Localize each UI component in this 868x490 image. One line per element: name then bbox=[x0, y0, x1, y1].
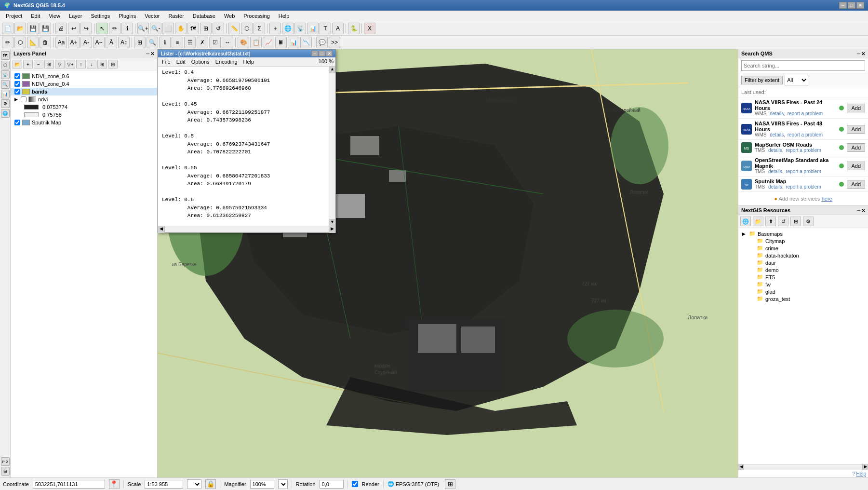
nextgis-close[interactable]: ✕ bbox=[861, 208, 865, 213]
service-details-osm[interactable]: details bbox=[768, 169, 782, 174]
menu-view[interactable]: View bbox=[45, 12, 64, 20]
service-add-nasa48[interactable]: Add bbox=[847, 125, 865, 134]
print-btn[interactable]: 🖨 bbox=[55, 23, 67, 34]
lister-minimize-btn[interactable]: ─ bbox=[311, 51, 318, 56]
zoom-layer-btn[interactable]: 🗺 bbox=[187, 23, 199, 34]
ng-upload-btn[interactable]: ⬆ bbox=[765, 217, 776, 226]
sidebar-btn-6[interactable]: ⚙ bbox=[1, 99, 10, 108]
scroll-up-btn[interactable]: ▲ bbox=[329, 67, 335, 73]
add-raster-btn[interactable]: 📊 bbox=[307, 23, 319, 34]
layer-check-ndvi04[interactable] bbox=[14, 81, 20, 87]
menu-processing[interactable]: Processing bbox=[240, 12, 273, 20]
layer-item-val1[interactable]: 0.0753774 bbox=[20, 103, 157, 111]
ng-refresh-btn[interactable]: ↺ bbox=[778, 217, 788, 226]
tree-item-fw[interactable]: ▶ 📁 fw bbox=[738, 281, 868, 288]
label3-btn[interactable]: A+ bbox=[68, 37, 80, 48]
zoom-in-btn[interactable]: 🔍+ bbox=[137, 23, 149, 34]
add-services-link[interactable]: here bbox=[822, 196, 832, 202]
search-type-select[interactable]: All WMS TMS WFS bbox=[785, 75, 808, 85]
status-more-btn[interactable]: ⊞ bbox=[445, 479, 455, 489]
tree-item-demo[interactable]: ▶ 📁 demo bbox=[738, 266, 868, 273]
lister-maximize-btn[interactable]: □ bbox=[319, 51, 325, 56]
help-link[interactable]: Help bbox=[856, 471, 866, 476]
layers-down-btn[interactable]: ↓ bbox=[87, 60, 96, 68]
service-report-sputnik[interactable]: report a problem bbox=[786, 184, 821, 190]
search-qms-input[interactable] bbox=[741, 60, 865, 71]
layers-add-btn[interactable]: + bbox=[23, 60, 33, 68]
select3-btn[interactable]: ☑ bbox=[209, 37, 221, 48]
sidebar-btn-5[interactable]: 📊 bbox=[1, 90, 10, 98]
label-btn[interactable]: T bbox=[320, 23, 331, 34]
label7-btn[interactable]: A↕ bbox=[118, 37, 130, 48]
close-btn[interactable]: ✕ bbox=[856, 2, 864, 9]
open-btn[interactable]: 📂 bbox=[14, 23, 26, 34]
qml-btn[interactable]: 📋 bbox=[250, 37, 262, 48]
lister-vscrollbar[interactable]: ▲ ▼ bbox=[329, 67, 335, 226]
service-report-nasa48[interactable]: report a problem bbox=[788, 132, 823, 137]
measure-area-btn[interactable]: ⬡ bbox=[241, 23, 253, 34]
scroll-down-btn[interactable]: ▼ bbox=[329, 219, 335, 226]
calc-btn[interactable]: 🖩 bbox=[275, 37, 287, 48]
layers-filter-btn[interactable]: ⊞ bbox=[44, 60, 54, 68]
layer-check-ndvi06[interactable] bbox=[14, 73, 20, 79]
search-map-btn[interactable]: 🔍 bbox=[147, 37, 158, 48]
service-add-mapsurfer[interactable]: Add bbox=[847, 143, 865, 152]
redo-btn[interactable]: ↪ bbox=[80, 23, 92, 34]
magnifier-select[interactable] bbox=[278, 479, 288, 489]
style-btn[interactable]: 🎨 bbox=[238, 37, 249, 48]
identify2-btn[interactable]: ℹ bbox=[159, 37, 171, 48]
sidebar-btn-1[interactable]: 🗺 bbox=[1, 51, 10, 60]
menu-web[interactable]: Web bbox=[220, 12, 239, 20]
label4-btn[interactable]: A- bbox=[80, 37, 92, 48]
lister-close-btn[interactable]: ✕ bbox=[326, 51, 333, 56]
ng-resource-btn[interactable]: 📁 bbox=[753, 217, 763, 226]
coordinate-btn[interactable]: 📍 bbox=[109, 479, 120, 489]
python-btn[interactable]: 🐍 bbox=[348, 23, 360, 34]
service-details-nasa24[interactable]: details bbox=[770, 111, 784, 116]
select-features-btn[interactable]: ↖ bbox=[96, 23, 108, 34]
label5-btn[interactable]: A~ bbox=[93, 37, 105, 48]
digitize2-btn[interactable]: 📐 bbox=[27, 37, 39, 48]
layer-item-bands[interactable]: bands bbox=[11, 88, 157, 95]
service-details-mapsurfer[interactable]: details bbox=[768, 148, 782, 153]
tree-item-et5[interactable]: ▶ 📁 ET5 bbox=[738, 273, 868, 281]
nextgis-hscrollbar[interactable]: ◀ ▶ bbox=[738, 464, 868, 470]
minimize-btn[interactable]: ─ bbox=[839, 2, 847, 9]
menu-raster[interactable]: Raster bbox=[164, 12, 187, 20]
undo-btn[interactable]: ↩ bbox=[68, 23, 80, 34]
layer-check-bands[interactable] bbox=[14, 89, 20, 95]
tree-item-grozatest[interactable]: ▶ 📁 groza_test bbox=[738, 295, 868, 302]
zoom-selection-btn[interactable]: ⊞ bbox=[200, 23, 212, 34]
node-tool-btn[interactable]: ⬡ bbox=[14, 37, 26, 48]
layer-item-sputnik[interactable]: Sputnik Map bbox=[11, 119, 157, 126]
search-qms-minimize[interactable]: ─ bbox=[857, 51, 860, 56]
measure-btn[interactable]: 📏 bbox=[228, 23, 240, 34]
layers-expand-btn[interactable]: ⊞ bbox=[97, 60, 107, 68]
service-add-nasa24[interactable]: Add bbox=[847, 104, 865, 112]
epsg-item[interactable]: 🌐 EPSG:3857 (OTF) bbox=[387, 481, 439, 487]
tree-item-basemaps[interactable]: ▶ 📁 Basemaps bbox=[738, 230, 868, 237]
layers-collapse-btn[interactable]: ⊟ bbox=[108, 60, 118, 68]
filter-extent-btn[interactable]: Filter by extent bbox=[741, 76, 783, 84]
menu-database[interactable]: Database bbox=[189, 12, 219, 20]
annotate-btn[interactable]: A bbox=[332, 23, 344, 34]
layer-item-ndvi[interactable]: ▶ ndvi bbox=[11, 95, 157, 103]
graph-btn[interactable]: 📉 bbox=[300, 37, 312, 48]
menu-project[interactable]: Project bbox=[2, 12, 26, 20]
service-add-sputnik[interactable]: Add bbox=[847, 180, 865, 189]
nextgis-btn[interactable]: X bbox=[364, 23, 375, 34]
expand-ndvi-icon[interactable]: ▶ bbox=[14, 97, 18, 102]
service-details-nasa48[interactable]: details bbox=[770, 132, 784, 137]
magnifier-input[interactable] bbox=[250, 480, 274, 489]
table-btn[interactable]: 📊 bbox=[288, 37, 299, 48]
pan-btn[interactable]: ✋ bbox=[175, 23, 187, 34]
deselect-btn[interactable]: ✗ bbox=[197, 37, 208, 48]
coordinate-input[interactable] bbox=[33, 480, 105, 489]
service-add-osm[interactable]: Add bbox=[847, 162, 865, 170]
layers-up-btn[interactable]: ↑ bbox=[76, 60, 86, 68]
service-report-osm[interactable]: report a problem bbox=[786, 169, 821, 174]
layers-panel-close[interactable]: ✕ bbox=[150, 51, 154, 56]
lister-menu-file[interactable]: File bbox=[160, 58, 173, 65]
sidebar-btn-bottom[interactable]: ⊞ bbox=[1, 467, 10, 476]
move-btn[interactable]: ↔ bbox=[222, 37, 233, 48]
